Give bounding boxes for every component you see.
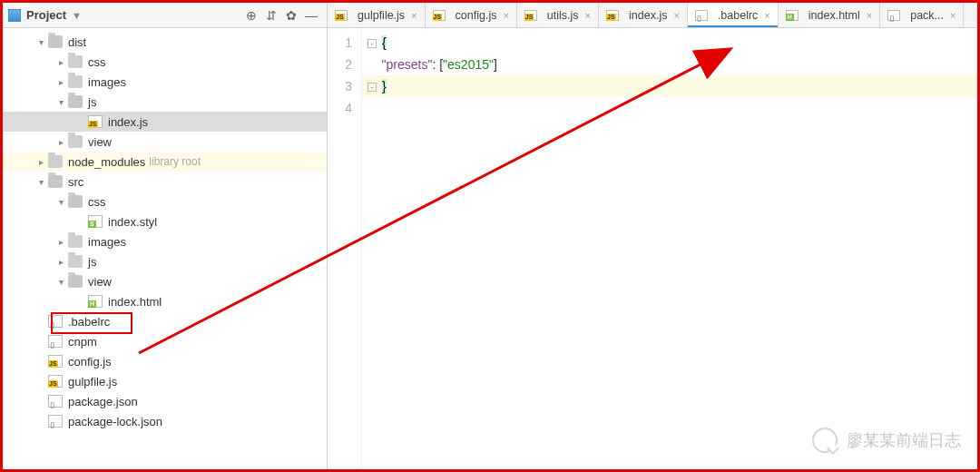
tree-node-label: gulpfile.js xyxy=(68,375,117,388)
code-line[interactable]: "presets": ["es2015"] xyxy=(368,54,977,75)
tab-label: utils.js xyxy=(547,9,579,22)
editor-tab[interactable]: index.js× xyxy=(599,3,688,27)
tree-node-label: css xyxy=(88,195,106,209)
watermark-text: 廖某某前端日志 xyxy=(847,429,961,451)
chevron-down-icon[interactable]: ▾ xyxy=(55,196,66,207)
tree-node[interactable]: gulpfile.js xyxy=(3,371,327,391)
tree-node-label: images xyxy=(88,235,126,249)
tree-node-label: js xyxy=(88,255,96,269)
tree-node[interactable]: ▾src xyxy=(3,172,327,192)
chevron-down-icon[interactable]: ▾ xyxy=(35,176,46,187)
sidebar-header: Project ▼ ⊕ ⇵ ✿ — xyxy=(3,3,327,28)
tree-node[interactable]: ▸view xyxy=(3,132,327,152)
jsfile-icon xyxy=(524,10,537,21)
project-sidebar: Project ▼ ⊕ ⇵ ✿ — ▾dist▸css▸images▾jsind… xyxy=(3,3,328,469)
tree-node[interactable]: ▾css xyxy=(3,192,327,211)
tree-node[interactable]: ▾js xyxy=(3,92,327,112)
folder-icon xyxy=(68,255,83,268)
tab-label: .babelrc xyxy=(718,9,758,22)
tree-node-label: package-lock.json xyxy=(68,415,162,428)
close-icon[interactable]: × xyxy=(867,10,872,21)
chevron-right-icon[interactable]: ▸ xyxy=(55,76,66,87)
editor-tabs: gulpfile.js×config.js×utils.js×index.js×… xyxy=(328,3,977,28)
tree-node-label: node_modules xyxy=(68,155,145,169)
tree-node[interactable]: ▸css xyxy=(3,52,327,72)
folder-icon xyxy=(68,275,83,288)
code-token: { xyxy=(382,35,387,50)
tree-node[interactable]: ▸node_moduleslibrary root xyxy=(3,152,327,172)
tree-node-label: package.json xyxy=(68,395,138,408)
chevron-right-icon[interactable]: ▸ xyxy=(55,136,66,147)
close-icon[interactable]: × xyxy=(673,10,679,21)
chevron-down-icon[interactable]: ▾ xyxy=(55,276,66,287)
tree-node-label: config.js xyxy=(68,355,112,369)
html-icon xyxy=(88,295,103,308)
folder-icon xyxy=(68,75,83,88)
chevron-right-icon[interactable]: ▸ xyxy=(55,56,66,67)
tree-node[interactable]: package-lock.json xyxy=(3,411,327,431)
settings-icon[interactable]: ✿ xyxy=(281,5,301,25)
fold-icon[interactable]: - xyxy=(368,83,377,92)
project-dropdown-icon[interactable]: ▼ xyxy=(72,10,82,21)
generic-icon xyxy=(695,10,708,21)
tab-label: gulpfile.js xyxy=(358,9,405,22)
html-icon xyxy=(786,10,799,21)
editor-tab[interactable]: index.html× xyxy=(779,3,880,27)
code-line[interactable]: -{ xyxy=(368,32,977,54)
close-icon[interactable]: × xyxy=(411,10,416,21)
chevron-right-icon[interactable]: ▸ xyxy=(55,236,66,247)
wechat-icon xyxy=(812,428,838,453)
jsfile-icon xyxy=(48,375,63,388)
close-icon[interactable]: × xyxy=(503,10,508,21)
tree-node[interactable]: index.styl xyxy=(3,211,327,231)
editor-tab[interactable]: config.js× xyxy=(426,3,517,27)
tree-node[interactable]: package.json xyxy=(3,391,327,411)
folder-icon xyxy=(68,135,83,148)
close-icon[interactable]: × xyxy=(950,10,956,21)
tree-node-label: view xyxy=(88,135,112,149)
chevron-right-icon[interactable]: ▸ xyxy=(35,156,46,167)
chevron-down-icon[interactable]: ▾ xyxy=(55,96,66,107)
library-root-tag: library root xyxy=(149,155,201,168)
project-tree[interactable]: ▾dist▸css▸images▾jsindex.js▸view▸node_mo… xyxy=(3,28,327,469)
close-icon[interactable]: × xyxy=(764,10,769,21)
tree-node[interactable]: index.html xyxy=(3,291,327,311)
tree-node-label: index.html xyxy=(108,295,162,309)
tree-node[interactable]: cnpm xyxy=(3,331,327,351)
fold-icon[interactable]: - xyxy=(368,39,377,48)
folder-icon xyxy=(48,155,63,168)
hide-icon[interactable]: — xyxy=(301,5,321,25)
tree-node-label: css xyxy=(88,55,106,69)
chevron-right-icon[interactable]: ▸ xyxy=(55,256,66,267)
editor-body: 1234 -{ "presets": ["es2015"]-} xyxy=(328,28,977,469)
jsfile-icon xyxy=(48,355,63,368)
editor-tab[interactable]: utils.js× xyxy=(517,3,599,27)
editor-tab[interactable]: .babelrc× xyxy=(688,3,779,27)
editor-code[interactable]: -{ "presets": ["es2015"]-} xyxy=(362,28,977,469)
tree-node[interactable]: ▸js xyxy=(3,251,327,271)
tree-node[interactable]: ▾dist xyxy=(3,32,327,52)
tab-label: index.html xyxy=(808,9,860,22)
chevron-down-icon[interactable]: ▾ xyxy=(35,36,46,47)
editor-gutter: 1234 xyxy=(328,28,362,469)
close-icon[interactable]: × xyxy=(585,10,591,21)
tree-node-label: images xyxy=(88,75,126,89)
tree-node-label: index.styl xyxy=(108,215,157,229)
tree-node[interactable]: ▾view xyxy=(3,271,327,291)
folder-icon xyxy=(68,195,83,208)
tree-node-label: index.js xyxy=(108,115,148,129)
code-token: "presets" xyxy=(382,57,433,72)
watermark: 廖某某前端日志 xyxy=(812,428,961,453)
tree-node[interactable]: ▸images xyxy=(3,72,327,92)
locate-icon[interactable]: ⊕ xyxy=(241,5,261,25)
tree-node[interactable]: config.js xyxy=(3,351,327,371)
jsfile-icon xyxy=(88,115,103,128)
jsfile-icon xyxy=(335,10,348,21)
collapse-icon[interactable]: ⇵ xyxy=(261,5,281,25)
project-label[interactable]: Project xyxy=(26,8,66,22)
tree-node[interactable]: index.js xyxy=(3,112,327,132)
editor-tab[interactable]: gulpfile.js× xyxy=(328,3,426,27)
code-token: } xyxy=(382,79,387,93)
tree-node[interactable]: ▸images xyxy=(3,231,327,251)
editor-tab[interactable]: pack...× xyxy=(880,3,964,27)
